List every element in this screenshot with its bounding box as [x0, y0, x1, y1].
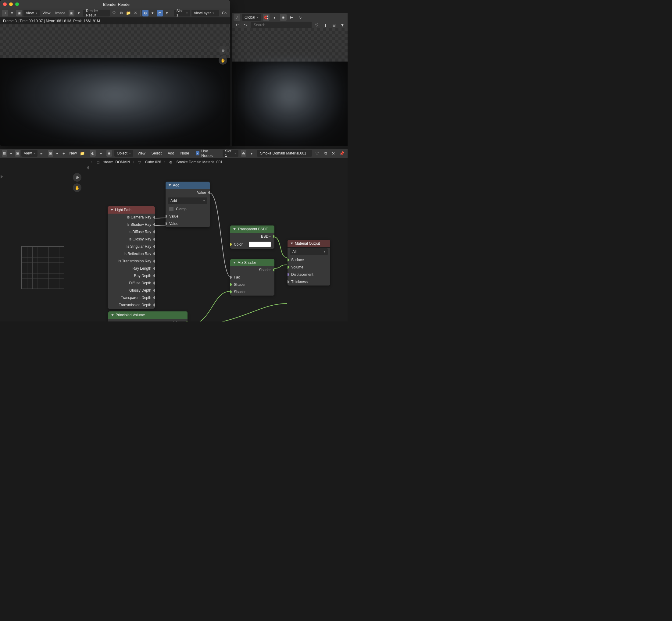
image-name-field[interactable]: Render Result	[83, 10, 110, 16]
uv-canvas[interactable]: ⊕ ✋	[0, 158, 87, 322]
shield-icon[interactable]: ♡	[314, 150, 320, 157]
node-input-surface[interactable]: Surface	[287, 256, 330, 263]
chevron-down-icon[interactable]: ▾	[8, 150, 13, 157]
node-input-fac[interactable]: Fac	[230, 274, 274, 281]
viewlayer-dropdown[interactable]: ViewLayer▾	[192, 10, 219, 16]
folder-icon[interactable]: 📁	[125, 10, 131, 16]
color-swatch[interactable]	[249, 242, 271, 247]
node-header[interactable]: Mix Shader	[230, 259, 274, 266]
node-input-thickness[interactable]: Thickness	[287, 278, 330, 286]
shield-icon[interactable]: ♡	[111, 10, 117, 16]
node-output[interactable]: Is Singular Ray	[108, 243, 155, 250]
object-dropdown[interactable]: Object▾	[114, 150, 133, 157]
node-output[interactable]: Is Camera Ray	[108, 214, 155, 221]
back-icon[interactable]: ↶	[234, 22, 240, 28]
close-icon[interactable]: ✕	[331, 150, 337, 157]
node-output[interactable]: Diffuse Depth	[108, 280, 155, 287]
node-output[interactable]: Is Shadow Ray	[108, 221, 155, 228]
add-menu[interactable]: Add	[166, 151, 176, 155]
node-output[interactable]: Ray Depth	[108, 272, 155, 280]
pan-icon[interactable]: ✋	[73, 183, 81, 192]
snap-icon[interactable]: 🧲	[263, 14, 270, 21]
image-browse-icon[interactable]: ▣	[69, 10, 75, 16]
heart-icon[interactable]: ♡	[313, 22, 320, 28]
node-input-shader[interactable]: Shader	[230, 281, 274, 288]
filter-icon[interactable]: ▼	[339, 22, 346, 28]
node-output[interactable]: Shader	[230, 266, 274, 274]
node-output[interactable]: Ray Length	[108, 265, 155, 272]
light-path-node[interactable]: Light Path Is Camera Ray Is Shadow Ray I…	[108, 206, 155, 309]
material-output-node[interactable]: Material Output All▾ Surface Volume Disp…	[287, 240, 330, 286]
node-input[interactable]: Value	[165, 220, 210, 227]
node-output[interactable]: Volume	[108, 319, 188, 322]
search-input[interactable]	[251, 22, 312, 28]
node-output[interactable]: Value	[165, 189, 210, 196]
breadcrumb-material[interactable]: Smoke Domain Material.001	[176, 160, 222, 164]
material-name-field[interactable]: Smoke Domain Material.001	[257, 150, 312, 157]
operation-dropdown[interactable]: Add▾	[168, 198, 207, 204]
node-input[interactable]: Value	[165, 213, 210, 220]
chevron-down-icon[interactable]: ▾	[249, 150, 254, 157]
material-browse-icon[interactable]: ◓	[241, 150, 247, 157]
render-layer-icon[interactable]: ◓	[157, 10, 163, 16]
node-menu[interactable]: Node	[179, 151, 191, 155]
slot-dropdown[interactable]: Slot 1▾	[174, 10, 190, 16]
use-nodes-checkbox[interactable]: ✓	[196, 151, 199, 155]
node-output[interactable]: Is Reflection Ray	[108, 250, 155, 257]
view-menu[interactable]: View	[136, 151, 147, 155]
close-icon[interactable]: ✕	[133, 10, 139, 16]
target-dropdown[interactable]: All▾	[290, 248, 328, 255]
select-menu[interactable]: Select	[150, 151, 163, 155]
node-header[interactable]: Principled Volume	[108, 312, 188, 319]
node-header[interactable]: Light Path	[108, 206, 155, 214]
node-header[interactable]: Add	[165, 181, 210, 189]
uv-grid[interactable]	[21, 246, 64, 289]
add-math-node[interactable]: Add Value Add▾ Clamp Value Value	[165, 181, 210, 227]
shader-type-icon[interactable]: ◉	[107, 150, 112, 157]
image-browse-icon[interactable]: ▣	[48, 150, 53, 157]
node-output[interactable]: Is Glossy Ray	[108, 236, 155, 243]
layout-icon[interactable]: ⊞	[330, 22, 337, 28]
chevron-down-icon[interactable]: ▾	[76, 10, 82, 16]
curve-icon[interactable]: ∿	[297, 14, 304, 21]
view-dropdown[interactable]: View▾	[21, 150, 38, 157]
pin-icon[interactable]: 📌	[339, 150, 345, 157]
breadcrumb-mesh[interactable]: Cube.026	[145, 160, 161, 164]
transparent-bsdf-node[interactable]: Transparent BSDF BSDF Color	[230, 225, 274, 249]
node-output[interactable]: Glossy Depth	[108, 287, 155, 294]
zoom-icon[interactable]: ⊕	[73, 173, 81, 181]
node-output[interactable]: Is Diffuse Ray	[108, 228, 155, 236]
node-input-displacement[interactable]: Displacement	[287, 271, 330, 278]
sidebar-toggle[interactable]	[87, 166, 89, 169]
chevron-down-icon[interactable]: ▾	[164, 10, 170, 16]
pan-icon[interactable]: ✋	[219, 56, 227, 65]
clamp-checkbox[interactable]: Clamp	[165, 205, 210, 213]
image-mode-icon[interactable]: ▣	[15, 150, 20, 157]
bookmark-icon[interactable]: ▮	[322, 22, 329, 28]
snap-dropdown-icon[interactable]: ▾	[271, 14, 278, 21]
view-dropdown[interactable]: View▾	[24, 10, 40, 16]
plus-icon[interactable]: +	[61, 150, 66, 157]
forward-icon[interactable]: ↷	[242, 22, 249, 28]
editor-type-icon[interactable]: ⊡	[2, 150, 7, 157]
zoom-icon[interactable]: ⊕	[219, 46, 227, 54]
chevron-down-icon[interactable]: ▾	[9, 10, 15, 16]
node-output[interactable]: Transmission Depth	[108, 301, 155, 309]
node-output[interactable]: Is Transmission Ray	[108, 257, 155, 265]
mix-shader-node[interactable]: Mix Shader Shader Fac Shader Shader	[230, 259, 274, 296]
principled-volume-node[interactable]: Principled Volume Volume	[108, 312, 188, 322]
slot-dropdown[interactable]: Slot 1▾	[223, 150, 238, 157]
node-input-color[interactable]: Color	[230, 240, 274, 249]
sidebar-toggle[interactable]	[1, 175, 3, 178]
duplicate-icon[interactable]: ⧉	[323, 150, 328, 157]
orientation-dropdown[interactable]: Global▾	[242, 14, 261, 21]
view-menu[interactable]: View	[41, 11, 52, 15]
node-header[interactable]: Material Output	[287, 240, 330, 247]
chevron-down-icon[interactable]: ▾	[150, 10, 156, 16]
node-input-shader[interactable]: Shader	[230, 288, 274, 296]
window-titlebar[interactable]: Blender Render	[0, 0, 230, 8]
node-input-volume[interactable]: Volume	[287, 263, 330, 271]
measure-icon[interactable]: ⊢	[288, 14, 295, 21]
render-preview-icon[interactable]: ◐	[143, 10, 149, 16]
render-canvas[interactable]: ⊕ ✋	[0, 25, 230, 146]
